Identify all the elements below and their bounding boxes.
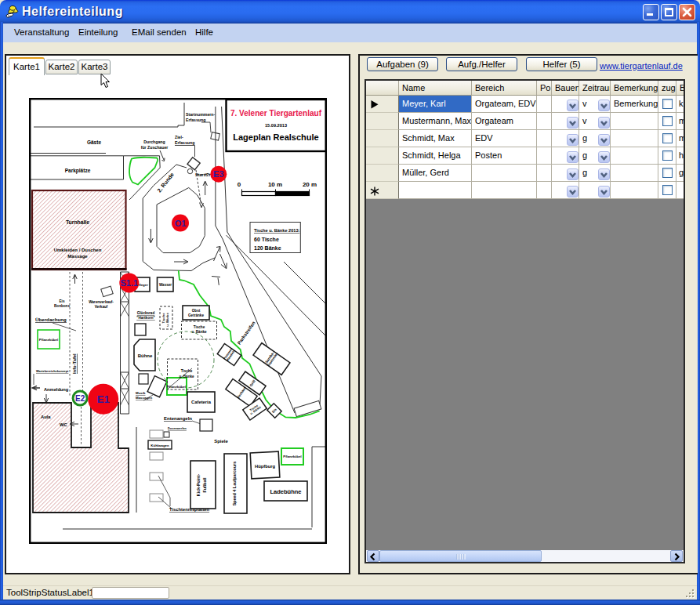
svg-text:120 Bänke: 120 Bänke <box>254 245 281 251</box>
svg-text:60 Tische: 60 Tische <box>254 237 279 242</box>
svg-text:E3: E3 <box>213 169 223 179</box>
svg-text:Fußball: Fußball <box>202 477 207 493</box>
svg-text:Durchgang: Durchgang <box>143 139 165 144</box>
svg-text:Cafeteria: Cafeteria <box>191 400 212 404</box>
svg-text:Dosenwerfen: Dosenwerfen <box>168 427 187 430</box>
svg-text:Anmeldung: Anmeldung <box>44 387 69 392</box>
svg-text:Startnummern-: Startnummern- <box>186 112 215 117</box>
svg-text:Getränke: Getränke <box>188 313 204 317</box>
svg-text:E2: E2 <box>75 394 85 403</box>
svg-text:Turnhalle: Turnhalle <box>66 219 89 225</box>
svg-text:20 m: 20 m <box>303 181 317 188</box>
svg-text:Entenangeln: Entenangeln <box>164 416 192 421</box>
svg-text:Bonbons: Bonbons <box>54 304 70 308</box>
svg-text:Umkleiden / Duschen: Umkleiden / Duschen <box>54 248 102 252</box>
svg-text:u. Bänke: u. Bänke <box>165 313 169 327</box>
svg-text:10 m: 10 m <box>268 181 282 188</box>
svg-text:Musik: Musik <box>136 391 146 395</box>
svg-text:O1: O1 <box>175 219 187 228</box>
svg-text:Ziel-: Ziel- <box>175 135 183 139</box>
svg-text:Erfassung: Erfassung <box>175 140 194 145</box>
svg-text:Aula: Aula <box>41 415 51 419</box>
svg-text:Überdachung: Überdachung <box>35 317 67 322</box>
svg-text:Pflanzkübel: Pflanzkübel <box>283 455 301 458</box>
svg-text:Spiele: Spiele <box>214 439 228 444</box>
svg-text:Kick-Point-: Kick-Point- <box>196 474 201 497</box>
svg-text:7. Velener Tiergartenlauf: 7. Velener Tiergartenlauf <box>230 109 322 118</box>
svg-text:15.09.2013: 15.09.2013 <box>265 123 287 128</box>
svg-text:Pflanzkübel: Pflanzkübel <box>39 338 58 342</box>
svg-text:Start/Zi: Start/Zi <box>195 172 210 177</box>
svg-text:Parkplätze: Parkplätze <box>65 168 91 174</box>
svg-text:Gäste: Gäste <box>87 139 101 145</box>
svg-text:WC: WC <box>60 422 67 427</box>
svg-text:Speed 4 Laufparcours: Speed 4 Laufparcours <box>232 462 237 506</box>
svg-text:Hüpfburg: Hüpfburg <box>255 464 276 469</box>
svg-text:0: 0 <box>238 181 241 188</box>
svg-text:u. Bänke: u. Bänke <box>191 330 207 334</box>
svg-text:Bühne: Bühne <box>138 353 153 358</box>
svg-text:für Zuschauer: für Zuschauer <box>141 145 169 150</box>
svg-text:Tische: Tische <box>181 369 193 373</box>
svg-text:"Hartkorn": "Hartkorn" <box>136 316 155 320</box>
svg-text:E1: E1 <box>97 393 110 405</box>
svg-text:Wasser: Wasser <box>159 283 172 287</box>
svg-text:Erfassung: Erfassung <box>186 118 205 122</box>
svg-text:Verkauf: Verkauf <box>95 305 108 309</box>
svg-text:Massage: Massage <box>67 254 88 259</box>
svg-text:Eis: Eis <box>60 299 65 303</box>
svg-text:Ladebühne: Ladebühne <box>270 488 301 495</box>
svg-text:Glücksrad: Glücksrad <box>137 311 155 315</box>
svg-text:Warenverkauf-: Warenverkauf- <box>89 300 114 304</box>
svg-text:Obst: Obst <box>192 309 201 313</box>
svg-text:S1.1: S1.1 <box>120 278 138 288</box>
svg-text:Tische u. Bänke 2013:: Tische u. Bänke 2013: <box>254 228 299 233</box>
svg-text:Tische: Tische <box>194 325 205 329</box>
svg-text:Lageplan Realschule: Lageplan Realschule <box>233 132 318 142</box>
svg-text:Info-Tafel: Info-Tafel <box>72 353 77 374</box>
svg-text:u. Bänke: u. Bänke <box>179 375 194 379</box>
svg-text:Kühlwagen: Kühlwagen <box>151 444 169 447</box>
svg-text:Wartebereichskonzept: Wartebereichskonzept <box>36 369 69 373</box>
svg-text:Tische: Tische <box>161 313 165 324</box>
